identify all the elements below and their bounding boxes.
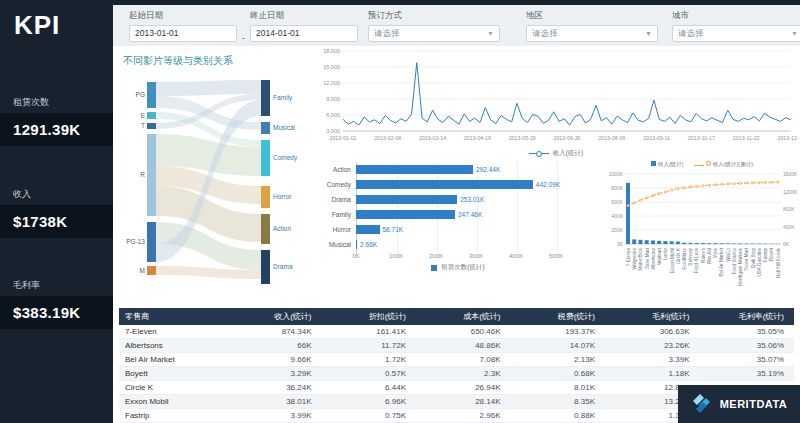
table-header-row: 零售商收入(统计)折扣(统计)成本(统计)税费(统计)毛利(统计)毛利率(统计) — [119, 308, 794, 325]
pareto-bar[interactable] — [639, 240, 643, 244]
pareto-bar[interactable] — [663, 241, 667, 244]
sankey-right-node[interactable] — [261, 122, 270, 134]
pareto-x-label: Nob Hill Foods — [776, 247, 781, 278]
revenue-trend-chart[interactable]: 18,00015,00012,0009,0006,0003,0002013-01… — [313, 46, 799, 144]
bar[interactable] — [356, 180, 533, 189]
bar[interactable] — [356, 240, 357, 249]
pareto-bar[interactable] — [682, 243, 686, 244]
bar-row[interactable]: Musical2.66K — [313, 237, 603, 252]
pareto-bar[interactable] — [720, 243, 724, 244]
pareto-x-label: Walmart — [657, 247, 662, 265]
bar-row[interactable]: Family247.46K — [313, 207, 603, 222]
cumulative-marker — [777, 181, 779, 183]
pareto-x-label: Bel Air Market — [719, 247, 724, 276]
dash-line-icon — [694, 165, 704, 166]
retailer-pareto-chart[interactable]: 0K200K400K600K800K1000K0K400K800K1200K16… — [605, 170, 799, 308]
pareto-bar[interactable] — [645, 240, 649, 244]
sankey-right-node[interactable] — [261, 140, 270, 176]
table-cell: Albertsons — [119, 339, 227, 353]
sankey-left-label: PG-13 — [126, 238, 145, 245]
sankey-left-node[interactable] — [147, 112, 156, 119]
pareto-bar[interactable] — [695, 243, 699, 244]
sankey-chart[interactable]: PGETRPG-13MFamilyMusicalComedyHorrorActi… — [121, 74, 313, 296]
pareto-bar[interactable] — [713, 243, 717, 244]
legend-label: 收入(统计) — [553, 149, 583, 158]
sankey-right-node[interactable] — [261, 80, 270, 116]
sankey-left-node[interactable] — [147, 266, 156, 275]
sankey-right-label: Action — [273, 225, 291, 232]
meritdata-diamond-icon — [691, 393, 715, 415]
pareto-x-label: Food Source — [732, 248, 737, 275]
x-tick-label: 500K — [549, 253, 563, 259]
meritdata-logo: MERITDATA — [678, 385, 800, 423]
pareto-bar[interactable] — [657, 241, 661, 244]
bar[interactable] — [356, 210, 455, 219]
line-marker-icon — [529, 151, 549, 157]
column-header[interactable]: 税费(统计) — [511, 308, 606, 325]
bar-category-label: Musical — [313, 241, 356, 248]
column-header[interactable]: 折扣(统计) — [322, 308, 417, 325]
bar-row[interactable]: Comedy442.09K — [313, 177, 603, 192]
sankey-left-node[interactable] — [147, 82, 156, 108]
table-cell: Circle K — [119, 381, 227, 395]
category-bar-chart[interactable]: Action292.44KComedy442.09KDrama253.01KFa… — [313, 162, 603, 252]
table-row[interactable]: Boyett3.29K0.57K2.3K0.68K1.18K35.19% — [119, 367, 794, 381]
sankey-left-node[interactable] — [147, 222, 156, 262]
cumulative-marker — [752, 182, 754, 184]
sankey-left-node[interactable] — [147, 123, 156, 129]
sankey-right-node[interactable] — [261, 250, 270, 284]
bar[interactable] — [356, 165, 473, 174]
table-row[interactable]: 7-Eleven874.34K161.41K650.46K193.37K306.… — [119, 325, 794, 339]
sankey-left-label: PG — [136, 91, 145, 98]
region-select[interactable]: 请选择 ▼ — [526, 25, 658, 42]
pareto-bar[interactable] — [738, 244, 742, 245]
pareto-bar[interactable] — [632, 239, 636, 244]
pareto-x-label: Raley's — [701, 247, 706, 263]
pareto-bar[interactable] — [688, 243, 692, 244]
table-cell: 161.41K — [322, 325, 417, 339]
pareto-x-label: Boyett — [769, 247, 774, 261]
pareto-bar[interactable] — [707, 243, 711, 244]
pareto-x-label: Lucky — [663, 247, 668, 260]
pareto-bar[interactable] — [732, 244, 736, 245]
pareto-bar[interactable] — [651, 241, 655, 245]
table-cell: Boyett — [119, 367, 227, 381]
cumulative-marker — [646, 197, 648, 199]
column-header[interactable]: 零售商 — [119, 308, 227, 325]
chevron-down-icon: ▼ — [791, 26, 798, 41]
select-value: 请选择 — [374, 26, 400, 41]
sankey-left-label: M — [140, 267, 145, 274]
sankey-left-node[interactable] — [147, 134, 156, 216]
pareto-bar[interactable] — [626, 183, 630, 244]
start-date-input[interactable]: 2013-01-01 — [129, 25, 237, 42]
cumulative-marker — [696, 185, 698, 187]
column-header[interactable]: 成本(统计) — [416, 308, 511, 325]
revenue-line[interactable] — [343, 63, 791, 125]
pareto-legend: 收入(统计) 收入(统计)(累计) — [605, 158, 799, 170]
bar-row[interactable]: Action292.44K — [313, 162, 603, 177]
bar-row[interactable]: Horror58.71K — [313, 222, 603, 237]
x-tick-label: 2013-11-22 — [733, 135, 760, 141]
bar-row[interactable]: Drama253.01K — [313, 192, 603, 207]
pareto-bar[interactable] — [676, 242, 680, 245]
pareto-bar[interactable] — [726, 243, 730, 244]
bar-value-label: 292.44K — [476, 166, 500, 173]
table-row[interactable]: Albertsons66K11.72K48.86K14.07K23.26K35.… — [119, 339, 794, 353]
sankey-right-node[interactable] — [261, 186, 270, 208]
column-header[interactable]: 毛利率(统计) — [700, 308, 795, 325]
end-date-input[interactable]: 2014-01-01 — [250, 25, 358, 42]
column-header[interactable]: 收入(统计) — [227, 308, 322, 325]
bar[interactable] — [356, 225, 380, 234]
city-select[interactable]: 请选择 ▼ — [672, 25, 800, 42]
bar[interactable] — [356, 195, 457, 204]
pareto-bar[interactable] — [670, 241, 674, 244]
booking-method-select[interactable]: 请选择 ▼ — [368, 25, 500, 42]
table-row[interactable]: Bel Air Market9.66K1.72K7.08K2.13K3.39K3… — [119, 353, 794, 367]
table-cell: 35.06% — [700, 339, 795, 353]
column-header[interactable]: 毛利(统计) — [605, 308, 700, 325]
table-cell: 36.24K — [227, 381, 322, 395]
table-cell: 7.08K — [416, 353, 511, 367]
pareto-bar[interactable] — [701, 243, 705, 244]
sankey-right-node[interactable] — [261, 214, 270, 244]
table-cell: 0.57K — [322, 367, 417, 381]
